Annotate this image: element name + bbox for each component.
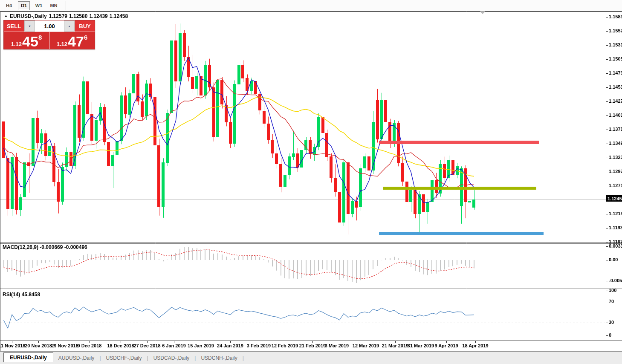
ohlc-close: 1.12458 [110,13,128,19]
chart-canvas[interactable] [0,0,622,364]
tab-audusd[interactable]: AUDUSD-,Daily [53,352,100,364]
sell-price-pip: 8 [38,34,42,40]
macd-header: MACD(12,26,9) -0.000669 -0.000496 [3,244,87,250]
timeframe-w1-button[interactable]: W1 [33,1,45,10]
buy-button[interactable]: BUY [75,20,95,32]
buy-price-big: 47 [68,36,84,48]
collapse-triangle-icon[interactable]: ▲ [4,14,8,18]
ohlc-open: 1.12579 [49,13,67,19]
current-price-tag: 1.12458 [606,195,622,202]
ohlc-high: 1.12580 [69,13,87,19]
tab-eurusd[interactable]: EURUSD-,Daily [3,352,53,362]
one-click-trade-panel: SELL ▼ ▲ BUY 1.12 45 8 1.12 47 6 [3,20,95,49]
symbol-tab-bar: EURUSD-,Daily AUDUSD-,Daily | USDCHF-,Da… [0,351,622,364]
timeframe-h4-button[interactable]: H4 [3,1,15,10]
symbol-period-label: EURUSD-,Daily [10,13,47,19]
toolbar-separator [66,1,66,10]
sell-button[interactable]: SELL [4,20,24,32]
chart-header: ▲ EURUSD-,Daily 1.125791.125801.124391.1… [4,13,128,19]
tab-separator: | [243,355,244,361]
volume-increase-button[interactable]: ▲ [64,20,75,32]
sell-price-display[interactable]: 1.12 45 8 [4,32,49,49]
buy-price-display[interactable]: 1.12 47 6 [49,32,95,49]
tab-usdchf[interactable]: USDCHF-,Daily [101,352,147,364]
timeframe-mn-button[interactable]: MN [48,1,60,10]
ohlc-low: 1.12439 [89,13,107,19]
rsi-header: RSI(14) 45.8458 [3,292,40,298]
scroll-to-end-icon[interactable] [480,12,485,14]
buy-price-prefix: 1.12 [57,41,67,47]
timeframe-d1-button[interactable]: D1 [18,1,30,10]
volume-input[interactable] [35,20,64,32]
tab-usdcad[interactable]: USDCAD-,Daily [148,352,195,364]
timeframe-toolbar: H4 D1 W1 MN [0,0,622,12]
sell-price-big: 45 [22,36,38,48]
buy-price-pip: 6 [84,34,87,40]
tab-usdcnh[interactable]: USDCNH-,Daily [196,352,242,364]
sell-price-prefix: 1.12 [11,41,22,47]
volume-decrease-button[interactable]: ▼ [24,20,35,32]
trading-terminal: H4 D1 W1 MN 1.158301.155701.153101.15050… [0,0,622,364]
